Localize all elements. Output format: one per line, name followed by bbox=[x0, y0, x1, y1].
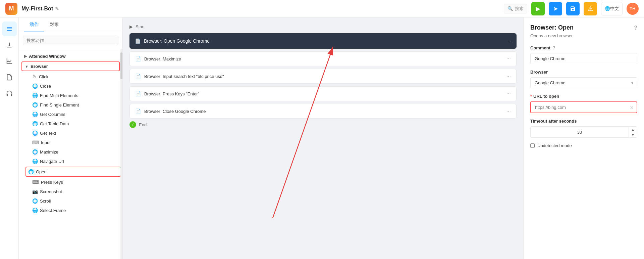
action-icon: 🖱 bbox=[32, 74, 37, 79]
left-panel: 动作 对象 ▶ Attended Window ▼ Browser 🖱 Clic… bbox=[19, 17, 123, 259]
timeout-input[interactable] bbox=[531, 127, 629, 137]
step-doc-icon: 📄 bbox=[135, 91, 141, 96]
main-layout: 动作 对象 ▶ Attended Window ▼ Browser 🖱 Clic… bbox=[0, 17, 644, 259]
flow-step-close[interactable]: 📄 Browser: Close Google Chrome ··· bbox=[129, 104, 517, 119]
flow-block-open[interactable]: 📄 Browser: Open Google Chrome ··· bbox=[129, 33, 517, 49]
action-find-multi[interactable]: 🌐 Find Multi Elements bbox=[24, 91, 122, 100]
block-doc-icon: 📄 bbox=[135, 38, 141, 44]
search-bar[interactable]: 🔍 搜索 bbox=[504, 4, 527, 13]
sidebar-nav-docs[interactable] bbox=[2, 70, 17, 85]
action-icon: 🌐 bbox=[32, 112, 38, 117]
search-label: 搜索 bbox=[515, 6, 524, 12]
action-screenshot[interactable]: 📷 Screenshot bbox=[24, 187, 122, 196]
start-label: Start bbox=[136, 24, 145, 29]
timeout-input-wrapper: ▲ ▼ bbox=[530, 126, 637, 138]
action-click[interactable]: 🖱 Click bbox=[24, 72, 122, 81]
timeout-up-button[interactable]: ▲ bbox=[629, 127, 637, 132]
step-more-button[interactable]: ··· bbox=[506, 56, 511, 62]
block-label: Browser: Open Google Chrome bbox=[144, 38, 210, 44]
action-icon: 🌐 bbox=[32, 130, 38, 136]
step-doc-icon: 📄 bbox=[135, 74, 141, 79]
flow-canvas: ▶ Start 📄 Browser: Open Google Chrome ··… bbox=[123, 17, 523, 259]
project-title: My-First-Bot ✎ bbox=[21, 6, 59, 12]
tree-group-browser[interactable]: ▼ Browser bbox=[21, 61, 120, 71]
action-icon: 🌐 bbox=[32, 159, 38, 164]
panel-help-icon[interactable]: ? bbox=[634, 25, 637, 31]
flow-step-maximize[interactable]: 📄 Browser: Maximize ··· bbox=[129, 51, 517, 66]
action-scroll[interactable]: 🌐 Scroll bbox=[24, 196, 122, 206]
undetected-mode-label: Undetected mode bbox=[537, 143, 572, 148]
action-icon: 🌐 bbox=[32, 83, 38, 89]
scrollbar-thumb[interactable] bbox=[120, 52, 122, 79]
search-icon: 🔍 bbox=[507, 6, 513, 11]
end-label: End bbox=[139, 122, 147, 127]
sidebar-nav-download[interactable] bbox=[2, 38, 17, 52]
action-input[interactable]: ⌨ Input bbox=[24, 138, 122, 147]
url-clear-icon[interactable]: ✕ bbox=[630, 104, 634, 111]
url-label: * URL to open bbox=[530, 94, 637, 99]
browser-select-wrapper: Google Chrome bbox=[530, 77, 637, 88]
url-field-wrapper: ✕ bbox=[530, 101, 637, 113]
browser-select[interactable]: Google Chrome bbox=[530, 77, 637, 88]
step-more-button[interactable]: ··· bbox=[506, 73, 511, 79]
panel-subtitle: Opens a new browser bbox=[530, 33, 637, 38]
sidebar-nav-actions[interactable] bbox=[2, 21, 17, 36]
comment-input[interactable] bbox=[530, 53, 637, 64]
flow-end: ✓ End bbox=[129, 121, 517, 128]
action-icon: 🌐 bbox=[32, 208, 38, 213]
lang-button[interactable]: 🌐 中文 bbox=[601, 2, 623, 15]
play-button[interactable]: ▶ bbox=[531, 2, 545, 15]
comment-label: Comment ? bbox=[530, 45, 637, 50]
undetected-mode-checkbox[interactable] bbox=[530, 143, 535, 148]
sidebar-nav-headphones[interactable] bbox=[2, 86, 17, 101]
tab-actions[interactable]: 动作 bbox=[24, 17, 44, 32]
step-more-button[interactable]: ··· bbox=[506, 108, 511, 114]
sidebar-nav-chart[interactable] bbox=[2, 54, 17, 69]
panel-title: Browser: Open ? bbox=[530, 24, 637, 31]
icon-sidebar bbox=[0, 17, 19, 259]
block-more-button[interactable]: ··· bbox=[507, 38, 511, 44]
action-icon: 🌐 bbox=[32, 93, 38, 98]
flow-start-header: ▶ Start bbox=[129, 24, 517, 29]
action-search-input[interactable] bbox=[23, 36, 118, 45]
tree-group-attended-window[interactable]: ▶ Attended Window bbox=[19, 52, 122, 61]
action-press-keys[interactable]: ⌨ Press Keys bbox=[24, 177, 122, 187]
scrollbar-track[interactable] bbox=[120, 49, 122, 259]
globe-icon: 🌐 bbox=[605, 6, 610, 11]
step-label: Browser: Input search text "btc price us… bbox=[144, 74, 224, 79]
timeout-down-button[interactable]: ▼ bbox=[629, 132, 637, 137]
action-select-frame[interactable]: 🌐 Select Frame bbox=[24, 206, 122, 215]
start-arrow-icon: ▶ bbox=[129, 24, 133, 29]
tab-objects[interactable]: 对象 bbox=[44, 17, 64, 32]
action-close[interactable]: 🌐 Close bbox=[24, 81, 122, 91]
group-label: Browser bbox=[31, 64, 48, 69]
comment-help-icon[interactable]: ? bbox=[552, 45, 555, 50]
action-get-table-data[interactable]: 🌐 Get Table Data bbox=[24, 119, 122, 128]
action-maximize[interactable]: 🌐 Maximize bbox=[24, 147, 122, 157]
user-avatar[interactable]: TH bbox=[627, 3, 639, 15]
step-label: Browser: Maximize bbox=[144, 56, 181, 61]
send-button[interactable]: ➤ bbox=[549, 2, 562, 15]
timeout-label: Timeout after seconds bbox=[530, 119, 637, 124]
action-icon: 🌐 bbox=[32, 121, 38, 126]
step-more-button[interactable]: ··· bbox=[506, 91, 511, 97]
flow-step-input-search[interactable]: 📄 Browser: Input search text "btc price … bbox=[129, 69, 517, 84]
left-panel-tabs: 动作 对象 bbox=[19, 17, 122, 32]
right-panel: Browser: Open ? Opens a new browser Comm… bbox=[523, 17, 644, 259]
action-navigate-url[interactable]: 🌐 Navigate Url bbox=[24, 157, 122, 166]
step-label: Browser: Close Google Chrome bbox=[144, 109, 206, 114]
save-button[interactable] bbox=[566, 2, 580, 15]
edit-title-icon[interactable]: ✎ bbox=[55, 6, 59, 11]
action-tree: ▶ Attended Window ▼ Browser 🖱 Click 🌐 Cl… bbox=[19, 49, 122, 259]
timeout-spinners: ▲ ▼ bbox=[629, 127, 637, 137]
undetected-mode-row: Undetected mode bbox=[530, 143, 637, 148]
url-input[interactable] bbox=[531, 102, 637, 113]
action-open[interactable]: 🌐 Open bbox=[25, 167, 121, 177]
action-get-columns[interactable]: 🌐 Get Columns bbox=[24, 110, 122, 119]
action-find-single[interactable]: 🌐 Find Single Element bbox=[24, 100, 122, 110]
warn-button[interactable]: ⚠ bbox=[584, 2, 597, 15]
action-icon: ⌨ bbox=[32, 179, 39, 185]
action-icon: 🌐 bbox=[32, 149, 38, 155]
action-get-text[interactable]: 🌐 Get Text bbox=[24, 128, 122, 138]
flow-step-press-keys[interactable]: 📄 Browser: Press Keys "Enter" ··· bbox=[129, 86, 517, 101]
